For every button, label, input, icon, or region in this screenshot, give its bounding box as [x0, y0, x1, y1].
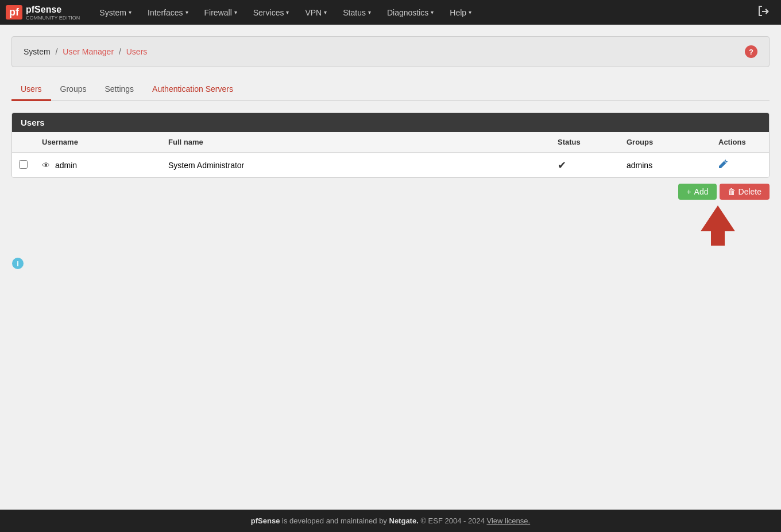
- users-table: Username Full name Status Groups Actions…: [12, 132, 769, 177]
- chevron-down-icon: ▾: [286, 9, 289, 15]
- row-status-cell: ✔: [551, 153, 620, 177]
- action-buttons: + Add 🗑 Delete: [11, 184, 770, 200]
- breadcrumb-user-manager[interactable]: User Manager: [63, 47, 114, 56]
- breadcrumb-path: System / User Manager / Users: [24, 47, 147, 56]
- row-checkbox-cell: [12, 153, 35, 177]
- footer-netgate: Netgate.: [389, 517, 419, 525]
- add-button[interactable]: + Add: [678, 184, 716, 200]
- row-fullname-cell: System Administrator: [161, 153, 551, 177]
- brand-logo: pf: [6, 5, 22, 20]
- table-row: 👁 admin System Administrator ✔ admins: [12, 153, 769, 177]
- main-content: System / User Manager / Users ? Users Gr…: [0, 25, 781, 510]
- chevron-down-icon: ▾: [234, 9, 237, 15]
- logout-button[interactable]: [752, 5, 775, 20]
- tab-users[interactable]: Users: [11, 79, 51, 101]
- chevron-down-icon: ▾: [129, 9, 132, 15]
- col-header-status: Status: [551, 132, 620, 153]
- nav-item-firewall[interactable]: Firewall ▾: [196, 0, 245, 25]
- breadcrumb: System / User Manager / Users ?: [11, 36, 770, 67]
- col-header-fullname: Full name: [161, 132, 551, 153]
- row-fullname: System Administrator: [168, 161, 244, 170]
- row-username: admin: [55, 161, 77, 170]
- edit-button[interactable]: [718, 160, 728, 171]
- nav-item-vpn[interactable]: VPN ▾: [297, 0, 335, 25]
- svg-marker-0: [701, 205, 735, 246]
- row-groups-cell: admins: [620, 153, 712, 177]
- plus-icon: +: [686, 187, 691, 196]
- footer-pfsense: pfSense: [251, 517, 280, 525]
- nav-item-help[interactable]: Help ▾: [442, 0, 480, 25]
- col-header-username: Username: [35, 132, 161, 153]
- brand-name: pfSense: [26, 4, 80, 15]
- nav-right: [752, 5, 775, 20]
- breadcrumb-system: System: [24, 47, 51, 56]
- delete-button[interactable]: 🗑 Delete: [720, 184, 770, 200]
- nav-item-system[interactable]: System ▾: [91, 0, 140, 25]
- chevron-down-icon: ▾: [185, 9, 188, 15]
- chevron-down-icon: ▾: [469, 9, 471, 15]
- row-groups: admins: [627, 161, 652, 170]
- nav-menu: System ▾ Interfaces ▾ Firewall ▾ Service…: [91, 0, 752, 25]
- breadcrumb-sep1: /: [56, 47, 60, 56]
- footer: pfSense is developed and maintained by N…: [0, 510, 781, 532]
- help-button[interactable]: ?: [745, 45, 757, 58]
- brand-edition: COMMUNITY EDITION: [26, 15, 80, 21]
- trash-icon: 🗑: [728, 187, 736, 196]
- breadcrumb-users[interactable]: Users: [126, 47, 148, 56]
- row-username-cell: 👁 admin: [35, 153, 161, 177]
- info-circle-icon: i: [11, 257, 24, 270]
- view-license-link[interactable]: View license.: [487, 517, 531, 525]
- logout-icon: [758, 5, 770, 17]
- col-header-groups: Groups: [620, 132, 712, 153]
- footer-middle: is developed and maintained by: [282, 517, 389, 525]
- table-title: Users: [12, 113, 769, 132]
- users-table-section: Users Username Full name Status Groups A…: [11, 112, 770, 178]
- eye-icon: 👁: [42, 161, 50, 170]
- status-check-icon: ✔: [558, 160, 566, 171]
- arrow-annotation: [11, 203, 770, 248]
- nav-item-diagnostics[interactable]: Diagnostics ▾: [379, 0, 442, 25]
- chevron-down-icon: ▾: [431, 9, 434, 15]
- chevron-down-icon: ▾: [368, 9, 371, 15]
- col-header-actions: Actions: [712, 132, 769, 153]
- tab-groups[interactable]: Groups: [51, 79, 96, 101]
- info-icon[interactable]: i: [11, 257, 24, 273]
- tabs: Users Groups Settings Authentication Ser…: [11, 79, 770, 101]
- col-header-check: [12, 132, 35, 153]
- nav-item-services[interactable]: Services ▾: [245, 0, 297, 25]
- chevron-down-icon: ▾: [324, 9, 327, 15]
- tab-settings[interactable]: Settings: [95, 79, 143, 101]
- red-arrow-icon: [698, 203, 738, 248]
- navbar: pf pfSense COMMUNITY EDITION System ▾ In…: [0, 0, 781, 25]
- row-checkbox[interactable]: [19, 160, 28, 169]
- row-actions-cell: [712, 153, 769, 177]
- svg-text:i: i: [17, 259, 19, 268]
- footer-copy: © ESF 2004 - 2024: [420, 517, 484, 525]
- nav-item-status[interactable]: Status ▾: [335, 0, 379, 25]
- tab-authentication-servers[interactable]: Authentication Servers: [143, 79, 242, 101]
- breadcrumb-sep2: /: [119, 47, 123, 56]
- pencil-icon: [718, 160, 728, 169]
- nav-item-interfaces[interactable]: Interfaces ▾: [140, 0, 196, 25]
- brand[interactable]: pf pfSense COMMUNITY EDITION: [6, 4, 80, 21]
